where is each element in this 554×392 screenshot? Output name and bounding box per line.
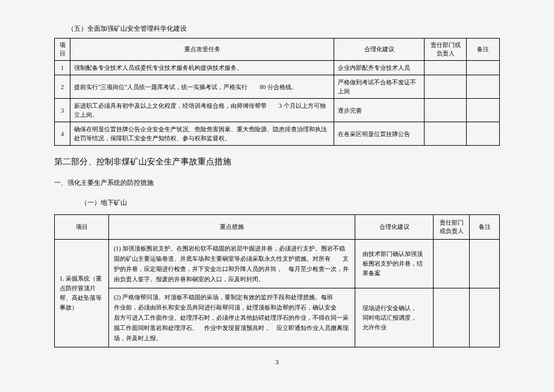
cell-suggest: 企业内部配齐专业技术人员 — [334, 61, 425, 75]
col-header-suggest: 合理化建议 — [334, 39, 425, 61]
cell-suggest: 严格做到考试不合格不发证不上岗 — [334, 75, 425, 99]
cell-note — [467, 122, 500, 146]
col-header-note: 备注 — [470, 215, 500, 240]
cell-suggest: 在各采区明显位置挂牌公告 — [334, 122, 425, 146]
table-row: 2 提前实行"三项岗位"人员统一题库考试，统一实操考试，严格实行 80 分合格线… — [55, 75, 500, 99]
cell-measure: (1) 加强顶板围岩支护。在围岩松软不稳固的岩层中掘进井巷，必须进行支护。围岩不… — [109, 240, 355, 288]
sub-sub-heading-1: （一）地下矿山 — [81, 198, 500, 207]
table-row: 4 确保在明显位置挂牌公告企业安全生产状况、危险危害因素、重大危险源、隐患排查治… — [55, 122, 500, 146]
cell-note — [470, 240, 500, 288]
col-header-measure: 重点措施 — [109, 215, 355, 240]
cell-dept — [434, 240, 470, 288]
cell-measure: (2) 严格做帮问顶。对顶板不稳固的采场，要制定有效的监控手段和处理措施。每班 … — [109, 288, 355, 347]
col-header-suggest: 合理化建议 — [355, 215, 434, 240]
cell-dept — [425, 61, 467, 75]
cell-num: 1 — [55, 61, 70, 75]
cell-note — [470, 288, 500, 347]
cell-task: 新进职工必须具有初中及以上文化程度，经培训考核合格，由师傅传帮带 3 个月以上方… — [70, 99, 334, 122]
table-header-row: 项目 重点攻坚任务 合理化建议 责任部门或负责人 备注 — [55, 39, 500, 61]
cell-task: 提前实行"三项岗位"人员统一题库考试，统一实操考试，严格实行 80 分合格线。 — [70, 75, 334, 99]
cell-suggest: 现场进行安全确认， 同时电话汇报调度， 允许作业 — [355, 288, 434, 347]
table-row: 3 新进职工必须具有初中及以上文化程度，经培训考核合格，由师傅传帮带 3 个月以… — [55, 99, 500, 122]
col-header-task: 重点攻坚任务 — [70, 39, 334, 61]
cell-suggest: 逐步完善 — [334, 99, 425, 122]
table-row: (2) 严格做帮问顶。对顶板不稳固的采场，要制定有效的监控手段和处理措施。每班 … — [55, 288, 500, 347]
table-row: 1. 采掘系统（重点防控冒顶片帮、高处坠落等事故） (1) 加强顶板围岩支护。在… — [55, 240, 500, 288]
table-header-row: 项目 重点措施 合理化建议 责任部门或负责人 备注 — [55, 215, 500, 240]
cell-dept — [425, 99, 467, 122]
col-header-item: 项目 — [55, 215, 109, 240]
cell-num: 4 — [55, 122, 70, 146]
cell-dept — [425, 75, 467, 99]
table-row: 1 强制配备专业技术人员或委托专业技术服务机构提供技术服务。 企业内部配齐专业技… — [55, 61, 500, 75]
cell-task: 强制配备专业技术人员或委托专业技术服务机构提供技术服务。 — [70, 61, 334, 75]
cell-num: 3 — [55, 99, 70, 122]
page-number: 3 — [54, 358, 500, 366]
cell-task: 确保在明显位置挂牌公告企业安全生产状况、危险危害因素、重大危险源、隐患排查治理和… — [70, 122, 334, 146]
cell-dept — [425, 122, 467, 146]
cell-num: 2 — [55, 75, 70, 99]
section-5-title: （五）全面加强矿山安全管理科学化建设 — [67, 24, 500, 33]
cell-note — [467, 99, 500, 122]
col-header-dept: 责任部门或负责人 — [434, 215, 470, 240]
col-header-num: 项目 — [55, 39, 70, 61]
cell-note — [467, 75, 500, 99]
col-header-note: 备注 — [467, 39, 500, 61]
table-2: 项目 重点措施 合理化建议 责任部门或负责人 备注 1. 采掘系统（重点防控冒顶… — [54, 214, 500, 347]
part-2-title: 第二部分、控制非煤矿山安全生产事故重点措施 — [54, 157, 500, 167]
table-1: 项目 重点攻坚任务 合理化建议 责任部门或负责人 备注 1 强制配备专业技术人员… — [54, 38, 500, 146]
cell-note — [467, 61, 500, 75]
sub-heading-1: 一、强化主要生产系统的防控措施 — [54, 178, 500, 187]
cell-suggest: 由技术部门确认加强顶板围岩支护的井巷，结果备案 — [355, 240, 434, 288]
col-header-dept: 责任部门或负责人 — [425, 39, 467, 61]
cell-dept — [434, 288, 470, 347]
cell-item: 1. 采掘系统（重点防控冒顶片帮、高处坠落等事故） — [55, 240, 109, 347]
